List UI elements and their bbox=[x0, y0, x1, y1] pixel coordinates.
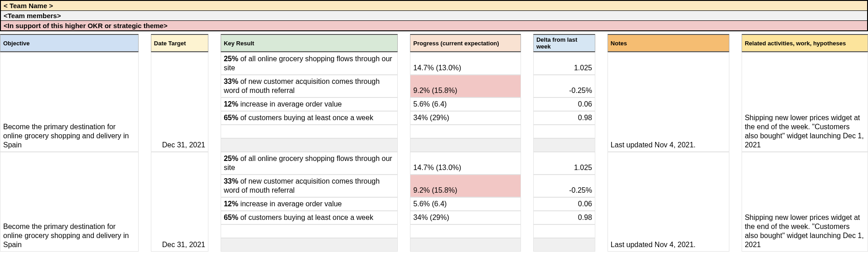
key-result-cell[interactable]: 12% increase in average order value bbox=[221, 97, 398, 111]
progress-cell[interactable]: 9.2% (15.8%) bbox=[410, 75, 521, 97]
related-cell[interactable]: Shipping new lower prices widget at the … bbox=[742, 52, 868, 152]
progress-cell[interactable]: 14.7% (13.0%) bbox=[410, 152, 521, 175]
date-target-cell[interactable]: Dec 31, 2021 bbox=[151, 52, 208, 152]
progress-cell[interactable]: 5.6% (6.4) bbox=[410, 97, 521, 111]
team-members-row[interactable]: <Team members> bbox=[1, 11, 867, 21]
col-related[interactable]: Related activities, work, hypotheses bbox=[742, 34, 868, 52]
key-result-cell[interactable]: 25% of all online grocery shopping flows… bbox=[221, 152, 398, 175]
empty-cell bbox=[410, 138, 521, 152]
empty-cell bbox=[533, 138, 595, 152]
progress-cell[interactable]: 5.6% (6.4) bbox=[410, 197, 521, 211]
team-name-row[interactable]: < Team Name > bbox=[1, 1, 867, 11]
empty-cell[interactable] bbox=[410, 125, 521, 138]
related-cell[interactable]: Shipping new lower prices widget at the … bbox=[742, 152, 868, 252]
progress-cell[interactable]: 34% (29%) bbox=[410, 211, 521, 224]
empty-cell bbox=[410, 238, 521, 252]
key-result-cell[interactable]: 25% of all online grocery shopping flows… bbox=[221, 52, 398, 75]
delta-cell[interactable]: 1.025 bbox=[533, 52, 595, 75]
key-result-cell[interactable]: 65% of customers buying at least once a … bbox=[221, 111, 398, 125]
empty-cell[interactable] bbox=[221, 125, 398, 138]
col-objective[interactable]: Objective bbox=[0, 34, 139, 52]
okr-table: Objective Date Target Key Result Progres… bbox=[0, 34, 868, 252]
table-row: Become the primary destination for onlin… bbox=[0, 152, 868, 175]
objective-cell[interactable]: Become the primary destination for onlin… bbox=[0, 52, 139, 152]
col-key-result[interactable]: Key Result bbox=[221, 34, 398, 52]
delta-cell[interactable]: -0.25% bbox=[533, 75, 595, 97]
col-progress[interactable]: Progress (current expectation) bbox=[410, 34, 521, 52]
empty-cell bbox=[221, 238, 398, 252]
delta-cell[interactable]: 1.025 bbox=[533, 152, 595, 175]
key-result-cell[interactable]: 33% of new customer acquisition comes th… bbox=[221, 75, 398, 97]
date-target-cell[interactable]: Dec 31, 2021 bbox=[151, 152, 208, 252]
delta-cell[interactable]: 0.98 bbox=[533, 211, 595, 224]
key-result-cell[interactable]: 65% of customers buying at least once a … bbox=[221, 211, 398, 224]
delta-cell[interactable]: 0.06 bbox=[533, 97, 595, 111]
notes-cell[interactable]: Last updated Nov 4, 2021. bbox=[608, 52, 729, 152]
delta-cell[interactable]: 0.06 bbox=[533, 197, 595, 211]
notes-cell[interactable]: Last updated Nov 4, 2021. bbox=[608, 152, 729, 252]
delta-cell[interactable]: -0.25% bbox=[533, 175, 595, 197]
key-result-cell[interactable]: 12% increase in average order value bbox=[221, 197, 398, 211]
col-notes[interactable]: Notes bbox=[608, 34, 729, 52]
col-date-target[interactable]: Date Target bbox=[151, 34, 208, 52]
empty-cell[interactable] bbox=[533, 224, 595, 238]
empty-cell bbox=[221, 138, 398, 152]
empty-cell bbox=[533, 238, 595, 252]
column-header-row: Objective Date Target Key Result Progres… bbox=[0, 34, 868, 52]
table-row: Become the primary destination for onlin… bbox=[0, 52, 868, 75]
col-delta[interactable]: Delta from last week bbox=[533, 34, 595, 52]
objective-cell[interactable]: Become the primary destination for onlin… bbox=[0, 152, 139, 252]
empty-cell[interactable] bbox=[410, 224, 521, 238]
progress-cell[interactable]: 34% (29%) bbox=[410, 111, 521, 125]
key-result-cell[interactable]: 33% of new customer acquisition comes th… bbox=[221, 175, 398, 197]
progress-cell[interactable]: 9.2% (15.8%) bbox=[410, 175, 521, 197]
delta-cell[interactable]: 0.98 bbox=[533, 111, 595, 125]
progress-cell[interactable]: 14.7% (13.0%) bbox=[410, 52, 521, 75]
empty-cell[interactable] bbox=[221, 224, 398, 238]
header-block: < Team Name > <Team members> <In support… bbox=[0, 0, 868, 31]
empty-cell[interactable] bbox=[533, 125, 595, 138]
strategic-theme-row[interactable]: <In support of this higher OKR or strate… bbox=[1, 21, 867, 30]
